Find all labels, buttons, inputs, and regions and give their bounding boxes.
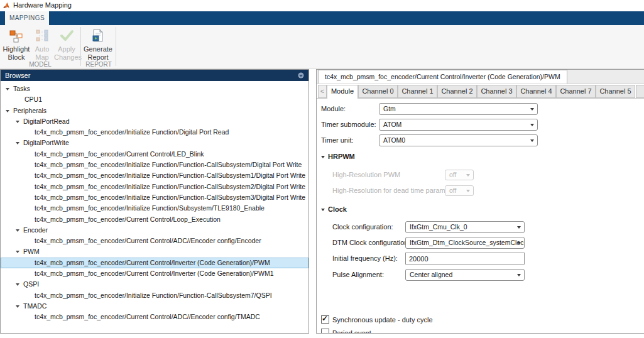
period-event-checkbox[interactable] <box>321 329 329 334</box>
dtm-clock-config-dropdown[interactable]: IfxGtm_Dtm_ClockSource_systemClock <box>405 237 525 249</box>
tree-label: tc4x_mcb_pmsm_foc_encoder/Current Contro… <box>35 259 270 266</box>
generate-report-icon <box>84 27 112 45</box>
timer-submodule-label: Timer submodule: <box>321 119 376 131</box>
tree-label: Peripherals <box>13 107 46 114</box>
tab-mappings[interactable]: MAPPINGS <box>5 11 49 25</box>
generate-report-button[interactable]: Generate Report <box>84 27 112 62</box>
panel-options-icon[interactable] <box>298 72 304 79</box>
matlab-logo-icon <box>3 2 11 9</box>
tree-leaf[interactable]: tc4x_mcb_pmsm_foc_encoder/Initialize Fun… <box>1 203 308 214</box>
initial-frequency-input[interactable] <box>405 253 525 264</box>
tree-label: tc4x_mcb_pmsm_foc_encoder/Current Contro… <box>35 270 274 277</box>
expander-icon[interactable] <box>16 251 19 253</box>
expander-icon[interactable] <box>321 209 325 211</box>
tree-branch[interactable]: QSPI <box>1 279 308 290</box>
tree-leaf[interactable]: tc4x_mcb_pmsm_foc_encoder/Current Contro… <box>1 258 308 268</box>
chevron-down-icon <box>530 124 534 126</box>
pulse-alignment-label: Pulse Alignment: <box>332 269 384 281</box>
tree-leaf[interactable]: tc4x_mcb_pmsm_foc_encoder/Initialize Fun… <box>1 170 308 181</box>
tree-leaf[interactable]: tc4x_mcb_pmsm_foc_encoder/Current Contro… <box>1 214 308 225</box>
tree-label: tc4x_mcb_pmsm_foc_encoder/Initialize Fun… <box>35 172 305 179</box>
tab-partial[interactable] <box>636 85 644 98</box>
document-tab-bar: tc4x_mcb_pmsm_foc_encoder/Current Contro… <box>317 70 644 84</box>
hr-deadtime-label: High-Resolution for dead time parameter <box>332 185 457 197</box>
tree-label: tc4x_mcb_pmsm_foc_encoder/Initialize Fun… <box>35 292 272 299</box>
tree-branch[interactable]: Encoder <box>1 225 308 236</box>
hardware-mapping-window: Hardware Mapping MAPPINGS Highlight Bloc… <box>0 0 644 338</box>
hrpwm-section-header[interactable]: HRPWM <box>321 152 355 161</box>
tree-leaf[interactable]: tc4x_mcb_pmsm_foc_encoder/Current Contro… <box>1 149 308 160</box>
expander-icon[interactable] <box>16 229 19 232</box>
hr-pwm-value: off <box>449 171 456 178</box>
tree-branch[interactable]: DigitalPortWrite <box>1 138 308 148</box>
highlight-block-button[interactable]: Highlight Block <box>3 27 30 62</box>
module-value: Gtm <box>383 105 396 112</box>
tab-channel-7[interactable]: Channel 7 <box>556 85 596 98</box>
mapping-editor-panel: tc4x_mcb_pmsm_foc_encoder/Current Contro… <box>316 69 644 334</box>
sync-update-checkbox-row[interactable]: Synchronous update - duty cycle <box>321 315 433 324</box>
tree-leaf[interactable]: tc4x_mcb_pmsm_foc_encoder/Initialize Fun… <box>1 160 308 170</box>
tree-label: TMADC <box>23 302 46 310</box>
tree-leaf[interactable]: tc4x_mcb_pmsm_foc_encoder/Initialize Fun… <box>1 192 308 203</box>
clock-config-dropdown[interactable]: IfxGtm_Cmu_Clk_0 <box>405 221 525 233</box>
tab-channel-5[interactable]: Channel 5 <box>596 85 635 98</box>
tree-leaf[interactable]: CPU1 <box>1 94 308 105</box>
expander-icon[interactable] <box>16 121 19 123</box>
tree-leaf[interactable]: tc4x_mcb_pmsm_foc_encoder/Initialize Fun… <box>1 290 308 301</box>
tab-channel-0[interactable]: Channel 0 <box>358 85 398 98</box>
tree-label: CPU1 <box>25 95 42 103</box>
title-bar: Hardware Mapping <box>0 0 644 11</box>
toolbar-separator <box>80 27 81 66</box>
chevron-down-icon <box>466 174 470 177</box>
tab-scroll-left-button[interactable]: < <box>318 85 327 98</box>
chevron-down-icon <box>517 274 521 276</box>
expander-icon[interactable] <box>16 283 19 286</box>
tree-label: DigitalPortWrite <box>23 139 69 146</box>
tree-branch[interactable]: DigitalPortRead <box>1 116 308 127</box>
expander-icon[interactable] <box>16 305 19 308</box>
module-label: Module: <box>321 103 346 115</box>
tab-channel-2[interactable]: Channel 2 <box>437 85 477 98</box>
tab-module[interactable]: Module <box>327 85 358 99</box>
tree-branch[interactable]: PWM <box>1 246 308 257</box>
hr-pwm-label: High-Resolution PWM <box>332 169 400 181</box>
tree-branch[interactable]: TMADC <box>1 301 308 312</box>
timer-unit-dropdown[interactable]: ATOM0 <box>379 134 538 146</box>
expander-icon[interactable] <box>6 88 9 90</box>
sync-update-label: Synchronous update - duty cycle <box>332 316 433 324</box>
module-dropdown[interactable]: Gtm <box>379 103 538 115</box>
tree-branch[interactable]: Tasks <box>1 84 308 94</box>
pulse-alignment-value: Center aligned <box>410 271 452 278</box>
group-label-report: REPORT <box>82 61 116 68</box>
tree-leaf[interactable]: tc4x_mcb_pmsm_foc_encoder/Initialize Fun… <box>1 182 308 192</box>
tab-channel-4[interactable]: Channel 4 <box>516 85 556 98</box>
clock-section-header[interactable]: Clock <box>321 205 347 214</box>
browser-tree: TasksCPU1PeripheralsDigitalPortReadtc4x_… <box>1 82 308 333</box>
channel-tab-bar: < ModuleChannel 0Channel 1Channel 2Chann… <box>317 84 644 99</box>
document-tab[interactable]: tc4x_mcb_pmsm_foc_encoder/Current Contro… <box>318 70 567 84</box>
chevron-down-icon <box>466 190 470 192</box>
tab-channel-3[interactable]: Channel 3 <box>477 85 516 98</box>
expander-icon[interactable] <box>321 156 325 158</box>
tree-label: tc4x_mcb_pmsm_foc_encoder/Initialize Fun… <box>35 194 305 201</box>
period-event-checkbox-row[interactable]: Period event <box>321 329 371 334</box>
chevron-down-icon <box>517 226 521 229</box>
sync-update-checkbox[interactable] <box>321 315 329 324</box>
apply-changes-label: Apply Changes <box>54 45 79 62</box>
timer-unit-value: ATOM0 <box>383 136 405 144</box>
tree-leaf[interactable]: tc4x_mcb_pmsm_foc_encoder/Initialize Fun… <box>1 127 308 138</box>
apply-changes-icon <box>54 27 79 45</box>
tab-channel-1[interactable]: Channel 1 <box>398 85 437 98</box>
hr-deadtime-value: off <box>449 187 456 194</box>
tree-branch[interactable]: Peripherals <box>1 106 308 116</box>
tree-label: Encoder <box>23 226 48 234</box>
timer-submodule-dropdown[interactable]: ATOM <box>379 119 538 131</box>
tree-leaf[interactable]: tc4x_mcb_pmsm_foc_encoder/Current Contro… <box>1 236 308 246</box>
tree-leaf[interactable]: tc4x_mcb_pmsm_foc_encoder/Current Contro… <box>1 268 308 279</box>
expander-icon[interactable] <box>16 142 19 144</box>
pulse-alignment-dropdown[interactable]: Center aligned <box>405 269 525 281</box>
chevron-down-icon <box>530 139 534 142</box>
tree-leaf[interactable]: tc4x_mcb_pmsm_foc_encoder/Current Contro… <box>1 312 308 322</box>
tree-label: tc4x_mcb_pmsm_foc_encoder/Initialize Fun… <box>35 183 305 190</box>
expander-icon[interactable] <box>6 110 9 112</box>
